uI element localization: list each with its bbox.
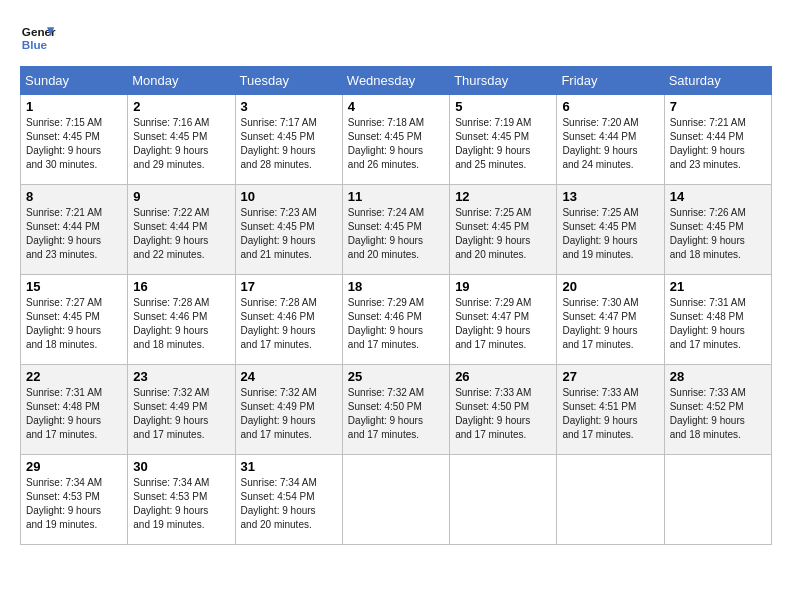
calendar-body: 1Sunrise: 7:15 AM Sunset: 4:45 PM Daylig… <box>21 95 772 545</box>
calendar-day-cell: 11Sunrise: 7:24 AM Sunset: 4:45 PM Dayli… <box>342 185 449 275</box>
weekday-header-cell: Wednesday <box>342 67 449 95</box>
day-info: Sunrise: 7:16 AM Sunset: 4:45 PM Dayligh… <box>133 116 229 172</box>
day-info: Sunrise: 7:25 AM Sunset: 4:45 PM Dayligh… <box>455 206 551 262</box>
day-number: 27 <box>562 369 658 384</box>
weekday-header-cell: Sunday <box>21 67 128 95</box>
calendar-day-cell: 29Sunrise: 7:34 AM Sunset: 4:53 PM Dayli… <box>21 455 128 545</box>
calendar-day-cell: 20Sunrise: 7:30 AM Sunset: 4:47 PM Dayli… <box>557 275 664 365</box>
day-info: Sunrise: 7:31 AM Sunset: 4:48 PM Dayligh… <box>670 296 766 352</box>
day-number: 9 <box>133 189 229 204</box>
day-number: 6 <box>562 99 658 114</box>
day-info: Sunrise: 7:28 AM Sunset: 4:46 PM Dayligh… <box>133 296 229 352</box>
day-number: 26 <box>455 369 551 384</box>
weekday-header-row: SundayMondayTuesdayWednesdayThursdayFrid… <box>21 67 772 95</box>
calendar-day-cell: 17Sunrise: 7:28 AM Sunset: 4:46 PM Dayli… <box>235 275 342 365</box>
day-info: Sunrise: 7:26 AM Sunset: 4:45 PM Dayligh… <box>670 206 766 262</box>
day-number: 14 <box>670 189 766 204</box>
day-number: 23 <box>133 369 229 384</box>
day-info: Sunrise: 7:15 AM Sunset: 4:45 PM Dayligh… <box>26 116 122 172</box>
calendar-day-cell: 7Sunrise: 7:21 AM Sunset: 4:44 PM Daylig… <box>664 95 771 185</box>
day-info: Sunrise: 7:25 AM Sunset: 4:45 PM Dayligh… <box>562 206 658 262</box>
day-info: Sunrise: 7:22 AM Sunset: 4:44 PM Dayligh… <box>133 206 229 262</box>
calendar-day-cell: 1Sunrise: 7:15 AM Sunset: 4:45 PM Daylig… <box>21 95 128 185</box>
calendar-day-cell: 4Sunrise: 7:18 AM Sunset: 4:45 PM Daylig… <box>342 95 449 185</box>
day-info: Sunrise: 7:29 AM Sunset: 4:47 PM Dayligh… <box>455 296 551 352</box>
day-info: Sunrise: 7:21 AM Sunset: 4:44 PM Dayligh… <box>26 206 122 262</box>
day-number: 11 <box>348 189 444 204</box>
day-number: 22 <box>26 369 122 384</box>
calendar-week-row: 1Sunrise: 7:15 AM Sunset: 4:45 PM Daylig… <box>21 95 772 185</box>
day-number: 8 <box>26 189 122 204</box>
calendar-day-cell: 8Sunrise: 7:21 AM Sunset: 4:44 PM Daylig… <box>21 185 128 275</box>
calendar-day-cell: 9Sunrise: 7:22 AM Sunset: 4:44 PM Daylig… <box>128 185 235 275</box>
weekday-header-cell: Tuesday <box>235 67 342 95</box>
day-number: 2 <box>133 99 229 114</box>
calendar-day-cell: 24Sunrise: 7:32 AM Sunset: 4:49 PM Dayli… <box>235 365 342 455</box>
logo-icon: General Blue <box>20 20 56 56</box>
day-number: 29 <box>26 459 122 474</box>
day-number: 18 <box>348 279 444 294</box>
day-number: 10 <box>241 189 337 204</box>
weekday-header-cell: Monday <box>128 67 235 95</box>
calendar-day-cell: 12Sunrise: 7:25 AM Sunset: 4:45 PM Dayli… <box>450 185 557 275</box>
calendar-day-cell: 31Sunrise: 7:34 AM Sunset: 4:54 PM Dayli… <box>235 455 342 545</box>
day-number: 24 <box>241 369 337 384</box>
weekday-header-cell: Saturday <box>664 67 771 95</box>
calendar-day-cell: 26Sunrise: 7:33 AM Sunset: 4:50 PM Dayli… <box>450 365 557 455</box>
day-info: Sunrise: 7:18 AM Sunset: 4:45 PM Dayligh… <box>348 116 444 172</box>
day-number: 13 <box>562 189 658 204</box>
day-info: Sunrise: 7:29 AM Sunset: 4:46 PM Dayligh… <box>348 296 444 352</box>
day-info: Sunrise: 7:31 AM Sunset: 4:48 PM Dayligh… <box>26 386 122 442</box>
calendar-day-cell: 15Sunrise: 7:27 AM Sunset: 4:45 PM Dayli… <box>21 275 128 365</box>
day-number: 19 <box>455 279 551 294</box>
calendar-day-cell: 30Sunrise: 7:34 AM Sunset: 4:53 PM Dayli… <box>128 455 235 545</box>
day-number: 7 <box>670 99 766 114</box>
day-info: Sunrise: 7:19 AM Sunset: 4:45 PM Dayligh… <box>455 116 551 172</box>
calendar-day-cell: 13Sunrise: 7:25 AM Sunset: 4:45 PM Dayli… <box>557 185 664 275</box>
day-number: 21 <box>670 279 766 294</box>
calendar-week-row: 15Sunrise: 7:27 AM Sunset: 4:45 PM Dayli… <box>21 275 772 365</box>
day-info: Sunrise: 7:34 AM Sunset: 4:53 PM Dayligh… <box>133 476 229 532</box>
calendar-day-cell: 28Sunrise: 7:33 AM Sunset: 4:52 PM Dayli… <box>664 365 771 455</box>
logo: General Blue <box>20 20 56 56</box>
calendar-day-cell: 19Sunrise: 7:29 AM Sunset: 4:47 PM Dayli… <box>450 275 557 365</box>
calendar-day-cell: 10Sunrise: 7:23 AM Sunset: 4:45 PM Dayli… <box>235 185 342 275</box>
page-header: General Blue <box>20 20 772 56</box>
day-info: Sunrise: 7:33 AM Sunset: 4:50 PM Dayligh… <box>455 386 551 442</box>
weekday-header-cell: Thursday <box>450 67 557 95</box>
day-number: 4 <box>348 99 444 114</box>
day-number: 25 <box>348 369 444 384</box>
day-number: 17 <box>241 279 337 294</box>
day-info: Sunrise: 7:33 AM Sunset: 4:51 PM Dayligh… <box>562 386 658 442</box>
calendar-day-cell <box>557 455 664 545</box>
calendar-week-row: 22Sunrise: 7:31 AM Sunset: 4:48 PM Dayli… <box>21 365 772 455</box>
day-number: 16 <box>133 279 229 294</box>
day-number: 31 <box>241 459 337 474</box>
day-info: Sunrise: 7:23 AM Sunset: 4:45 PM Dayligh… <box>241 206 337 262</box>
day-info: Sunrise: 7:32 AM Sunset: 4:49 PM Dayligh… <box>241 386 337 442</box>
calendar-day-cell: 2Sunrise: 7:16 AM Sunset: 4:45 PM Daylig… <box>128 95 235 185</box>
calendar-day-cell: 23Sunrise: 7:32 AM Sunset: 4:49 PM Dayli… <box>128 365 235 455</box>
day-info: Sunrise: 7:34 AM Sunset: 4:54 PM Dayligh… <box>241 476 337 532</box>
day-info: Sunrise: 7:24 AM Sunset: 4:45 PM Dayligh… <box>348 206 444 262</box>
day-info: Sunrise: 7:30 AM Sunset: 4:47 PM Dayligh… <box>562 296 658 352</box>
day-number: 30 <box>133 459 229 474</box>
calendar-day-cell: 6Sunrise: 7:20 AM Sunset: 4:44 PM Daylig… <box>557 95 664 185</box>
calendar-day-cell: 21Sunrise: 7:31 AM Sunset: 4:48 PM Dayli… <box>664 275 771 365</box>
calendar-day-cell: 16Sunrise: 7:28 AM Sunset: 4:46 PM Dayli… <box>128 275 235 365</box>
day-info: Sunrise: 7:21 AM Sunset: 4:44 PM Dayligh… <box>670 116 766 172</box>
day-info: Sunrise: 7:32 AM Sunset: 4:49 PM Dayligh… <box>133 386 229 442</box>
calendar-week-row: 8Sunrise: 7:21 AM Sunset: 4:44 PM Daylig… <box>21 185 772 275</box>
day-number: 15 <box>26 279 122 294</box>
calendar-day-cell: 22Sunrise: 7:31 AM Sunset: 4:48 PM Dayli… <box>21 365 128 455</box>
day-number: 5 <box>455 99 551 114</box>
calendar-day-cell <box>450 455 557 545</box>
day-number: 12 <box>455 189 551 204</box>
day-number: 3 <box>241 99 337 114</box>
calendar-day-cell <box>342 455 449 545</box>
day-info: Sunrise: 7:33 AM Sunset: 4:52 PM Dayligh… <box>670 386 766 442</box>
calendar-day-cell: 3Sunrise: 7:17 AM Sunset: 4:45 PM Daylig… <box>235 95 342 185</box>
day-info: Sunrise: 7:20 AM Sunset: 4:44 PM Dayligh… <box>562 116 658 172</box>
calendar-day-cell: 14Sunrise: 7:26 AM Sunset: 4:45 PM Dayli… <box>664 185 771 275</box>
calendar-day-cell: 25Sunrise: 7:32 AM Sunset: 4:50 PM Dayli… <box>342 365 449 455</box>
